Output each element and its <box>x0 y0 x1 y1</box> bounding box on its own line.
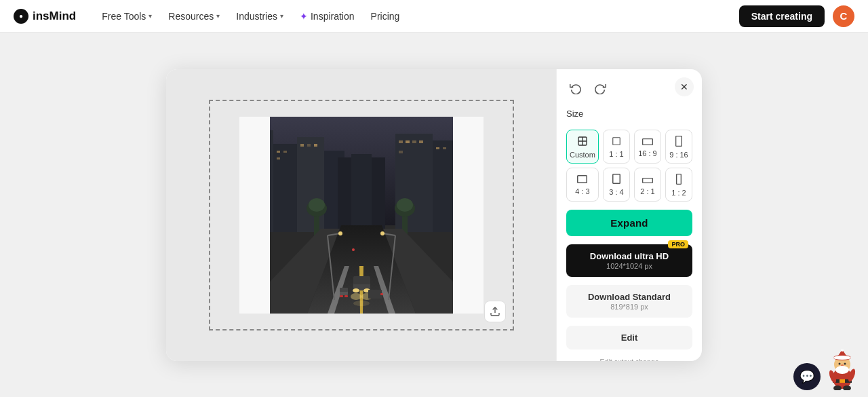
nav-right: Start creating C <box>739 5 854 27</box>
svg-point-34 <box>309 198 325 212</box>
1-1-icon <box>612 136 621 147</box>
svg-point-63 <box>353 301 370 306</box>
svg-rect-30 <box>351 154 372 232</box>
chat-bubble[interactable]: 💬 <box>793 363 821 390</box>
size-option-1-1[interactable]: 1 : 1 <box>603 130 630 164</box>
svg-rect-51 <box>353 276 370 284</box>
svg-rect-69 <box>643 138 653 145</box>
redo-button[interactable] <box>591 79 610 98</box>
svg-rect-22 <box>412 140 416 143</box>
upload-button-area <box>484 301 506 322</box>
svg-rect-74 <box>677 174 682 184</box>
download-standard-dims: 819*819 px <box>573 303 686 311</box>
svg-rect-17 <box>395 134 433 232</box>
size-label: Size <box>566 109 692 119</box>
undo-button[interactable] <box>566 79 585 98</box>
nav-links: Free Tools ▾ Resources ▾ Industries ▾ ✦ … <box>95 7 739 26</box>
2-1-label: 2 : 1 <box>640 187 654 195</box>
size-option-1-2[interactable]: 1 : 2 <box>665 168 692 202</box>
spark-icon: ✦ <box>300 11 308 22</box>
expand-button[interactable]: Expand <box>566 210 692 236</box>
svg-point-46 <box>338 231 342 235</box>
close-button[interactable]: ✕ <box>675 77 694 96</box>
size-option-16-9[interactable]: 16 : 9 <box>634 130 661 164</box>
city-street-image <box>239 117 484 314</box>
3-4-icon <box>612 174 620 185</box>
logo[interactable]: ● insMind <box>14 9 76 24</box>
santa-character <box>826 349 859 390</box>
nav-free-tools[interactable]: Free Tools ▾ <box>95 7 159 26</box>
16-9-label: 16 : 9 <box>638 149 657 157</box>
expand-right-panel <box>453 117 484 314</box>
expand-left-panel <box>239 117 270 314</box>
pro-badge: PRO <box>668 240 688 248</box>
main-area: ✕ <box>0 33 868 397</box>
nav-industries-label: Industries <box>236 11 277 22</box>
chat-icon: 💬 <box>800 369 814 384</box>
svg-rect-68 <box>613 137 620 145</box>
canvas-container <box>209 100 514 330</box>
svg-rect-73 <box>643 178 653 183</box>
svg-point-84 <box>844 363 846 365</box>
nav-resources[interactable]: Resources ▾ <box>161 7 226 26</box>
sidebar-panel: Size Custom <box>556 69 702 361</box>
nav-pricing[interactable]: Pricing <box>364 7 407 26</box>
start-creating-button[interactable]: Start creating <box>739 5 825 27</box>
svg-rect-12 <box>283 151 287 153</box>
size-option-custom[interactable]: Custom <box>566 130 599 164</box>
svg-rect-72 <box>613 174 620 184</box>
navbar: ● insMind Free Tools ▾ Resources ▾ Indus… <box>0 0 868 33</box>
nav-industries[interactable]: Industries ▾ <box>229 7 290 26</box>
download-ultra-button[interactable]: PRO Download ultra HD 1024*1024 px <box>566 244 692 277</box>
nav-pricing-label: Pricing <box>371 11 400 22</box>
svg-rect-71 <box>578 175 587 183</box>
svg-rect-13 <box>277 157 280 159</box>
undo-icon <box>570 82 582 94</box>
size-option-2-1[interactable]: 2 : 1 <box>634 168 661 202</box>
svg-rect-70 <box>676 136 682 146</box>
undo-redo-bar <box>566 79 692 100</box>
svg-point-83 <box>839 363 841 365</box>
svg-point-49 <box>380 231 384 235</box>
1-1-label: 1 : 1 <box>609 150 623 158</box>
4-3-label: 4 : 3 <box>575 187 589 195</box>
nav-free-tools-chevron: ▾ <box>149 12 152 20</box>
upload-button[interactable] <box>484 301 506 322</box>
svg-rect-29 <box>338 157 351 232</box>
svg-point-82 <box>833 356 851 360</box>
nav-resources-chevron: ▾ <box>216 12 220 20</box>
svg-rect-31 <box>372 157 385 232</box>
nav-free-tools-label: Free Tools <box>102 11 146 22</box>
svg-point-52 <box>353 288 359 292</box>
download-standard-button[interactable]: Download Standard 819*819 px <box>566 285 692 318</box>
city-image <box>239 117 484 314</box>
svg-rect-4 <box>297 137 324 232</box>
custom-icon <box>577 136 588 148</box>
upload-icon <box>490 306 500 317</box>
size-option-3-4[interactable]: 3 : 4 <box>603 168 630 202</box>
svg-point-62 <box>352 248 355 251</box>
svg-rect-14 <box>300 144 304 147</box>
edit-hint: Edit cutout,change background,resize,etc <box>566 358 692 361</box>
logo-text: insMind <box>33 10 76 23</box>
download-standard-label: Download Standard <box>588 292 671 302</box>
nav-inspiration[interactable]: ✦ Inspiration <box>293 7 361 26</box>
edit-button[interactable]: Edit <box>566 326 692 349</box>
download-ultra-dims: 1024*1024 px <box>573 262 686 270</box>
svg-rect-60 <box>368 290 382 299</box>
svg-rect-3 <box>273 144 297 232</box>
2-1-icon <box>642 175 653 185</box>
user-avatar[interactable]: C <box>833 5 854 27</box>
svg-rect-25 <box>436 147 439 149</box>
1-2-icon <box>676 174 682 186</box>
svg-point-37 <box>397 198 413 212</box>
size-option-9-16[interactable]: 9 : 16 <box>665 130 692 164</box>
4-3-icon <box>577 175 587 185</box>
modal-card: ✕ <box>166 69 702 361</box>
size-option-4-3[interactable]: 4 : 3 <box>566 168 599 202</box>
nav-resources-label: Resources <box>168 11 214 22</box>
svg-rect-58 <box>340 295 343 297</box>
9-16-label: 9 : 16 <box>669 151 688 159</box>
svg-rect-59 <box>344 295 348 297</box>
svg-rect-20 <box>399 140 403 143</box>
